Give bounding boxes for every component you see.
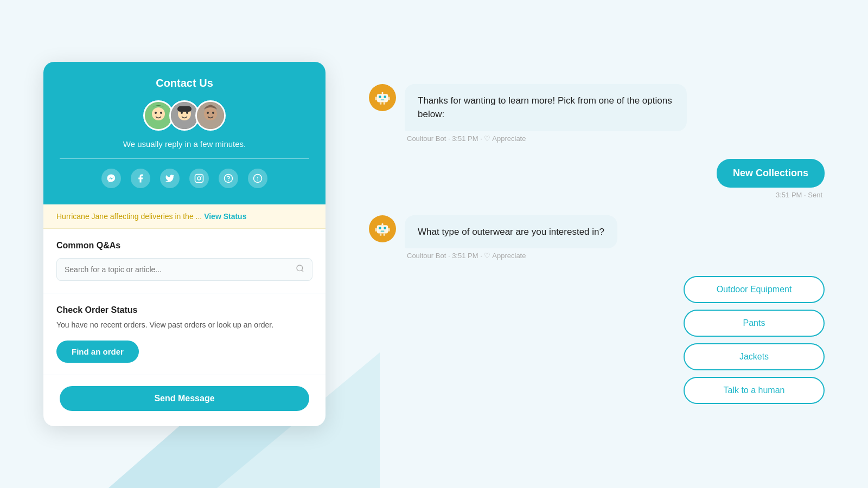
chat-panel: Thanks for wanting to learn more! Pick f…: [326, 84, 825, 404]
svg-rect-35: [381, 230, 385, 232]
options-list: Outdoor Equipment Pants Jackets Talk to …: [369, 276, 825, 404]
svg-point-14: [197, 177, 201, 180]
svg-point-2: [155, 112, 157, 114]
order-description: You have no recent orders. View past ord…: [56, 319, 312, 331]
widget-header: Contact Us: [43, 62, 326, 204]
order-section: Check Order Status You have no recent or…: [43, 293, 326, 375]
user-time: 3:51 PM: [776, 191, 802, 199]
faq-title: Common Q&As: [56, 241, 312, 251]
svg-rect-28: [375, 97, 376, 100]
svg-rect-25: [384, 95, 386, 98]
view-status-link[interactable]: View Status: [204, 212, 246, 221]
send-message-button[interactable]: Send Message: [60, 386, 309, 411]
alert-banner: Hurricane Jane affecting deliveries in t…: [43, 204, 326, 229]
bot-message-1-row: Thanks for wanting to learn more! Pick f…: [369, 84, 825, 143]
bot-message-2-row: What type of outerwear are you intereste…: [369, 215, 825, 260]
heart-icon-2: ♡: [484, 252, 490, 260]
svg-rect-8: [177, 106, 192, 112]
user-message-row: New Collections 3:51 PM · Sent: [369, 159, 825, 199]
appreciate-2[interactable]: Appreciate: [492, 252, 526, 260]
svg-point-12: [212, 112, 214, 114]
svg-point-17: [228, 180, 229, 181]
order-title: Check Order Status: [56, 305, 312, 315]
user-bubble: New Collections: [717, 159, 825, 188]
appreciate-1[interactable]: Appreciate: [492, 134, 526, 143]
svg-rect-24: [379, 95, 381, 98]
svg-rect-29: [388, 97, 390, 100]
widget-footer: Send Message: [43, 375, 326, 426]
svg-rect-13: [195, 175, 203, 183]
widget-title: Contact Us: [60, 77, 309, 89]
bot-message-2-block: What type of outerwear are you intereste…: [405, 215, 617, 260]
widget-subtitle: We usually reply in a few minutes.: [60, 139, 309, 149]
option-talk-to-human[interactable]: Talk to a human: [684, 377, 825, 404]
bot-bubble-2: What type of outerwear are you intereste…: [405, 215, 617, 249]
svg-rect-33: [379, 227, 381, 229]
bot-name-2: Coultour Bot: [407, 252, 446, 260]
svg-point-21: [297, 265, 303, 271]
agent-avatar-3: [195, 100, 226, 131]
contact-widget: Contact Us: [43, 62, 326, 426]
header-divider: [60, 158, 309, 159]
bot-bubble-1: Thanks for wanting to learn more! Pick f…: [405, 84, 687, 131]
faq-section: Common Q&As: [43, 229, 326, 293]
facebook-icon[interactable]: [131, 169, 150, 188]
bot-name-1: Coultour Bot: [407, 134, 446, 143]
search-box[interactable]: [56, 258, 312, 281]
widget-card: Contact Us: [43, 62, 326, 426]
svg-rect-31: [384, 102, 385, 104]
svg-point-10: [204, 107, 217, 120]
svg-point-7: [186, 112, 188, 114]
svg-line-22: [302, 270, 303, 272]
svg-point-1: [152, 107, 165, 120]
alert-icon[interactable]: [248, 169, 267, 188]
bot-meta-1: Coultour Bot · 3:51 PM · ♡ Appreciate: [407, 134, 687, 143]
svg-rect-34: [384, 227, 386, 229]
svg-rect-30: [380, 102, 381, 104]
bot-message-1-block: Thanks for wanting to learn more! Pick f…: [405, 84, 687, 143]
option-outdoor-equipment[interactable]: Outdoor Equipment: [684, 276, 825, 303]
instagram-icon[interactable]: [189, 169, 209, 188]
social-icons-row: [60, 169, 309, 188]
bot-avatar-2: [369, 215, 396, 242]
svg-point-11: [207, 112, 209, 114]
svg-rect-36: [381, 223, 383, 225]
bot-time-2: 3:51 PM: [452, 252, 478, 260]
twitter-icon[interactable]: [160, 169, 180, 188]
svg-point-20: [257, 179, 258, 181]
bot-meta-2: Coultour Bot · 3:51 PM · ♡ Appreciate: [407, 252, 617, 260]
alert-text: Hurricane Jane affecting deliveries in t…: [56, 212, 202, 221]
messenger-icon[interactable]: [101, 169, 121, 188]
search-icon: [296, 264, 304, 275]
svg-rect-37: [375, 228, 376, 232]
svg-rect-40: [384, 233, 385, 235]
user-meta: 3:51 PM · Sent: [776, 191, 822, 199]
search-input[interactable]: [65, 265, 290, 274]
svg-rect-39: [380, 233, 381, 235]
svg-rect-27: [381, 92, 383, 94]
sent-label: Sent: [808, 191, 822, 199]
agent-avatar-group: [60, 100, 309, 131]
svg-rect-26: [381, 99, 385, 100]
svg-point-6: [181, 112, 183, 114]
option-jackets[interactable]: Jackets: [684, 343, 825, 370]
help-icon[interactable]: [219, 169, 238, 188]
option-pants[interactable]: Pants: [684, 310, 825, 337]
bot-time-1: 3:51 PM: [452, 134, 478, 143]
svg-rect-23: [377, 94, 388, 102]
bot-avatar-1: [369, 84, 396, 111]
find-order-button[interactable]: Find an order: [56, 341, 139, 363]
svg-point-15: [201, 176, 202, 177]
svg-rect-32: [377, 225, 388, 233]
svg-point-3: [160, 112, 162, 114]
heart-icon-1: ♡: [484, 134, 490, 143]
svg-rect-38: [388, 228, 390, 232]
